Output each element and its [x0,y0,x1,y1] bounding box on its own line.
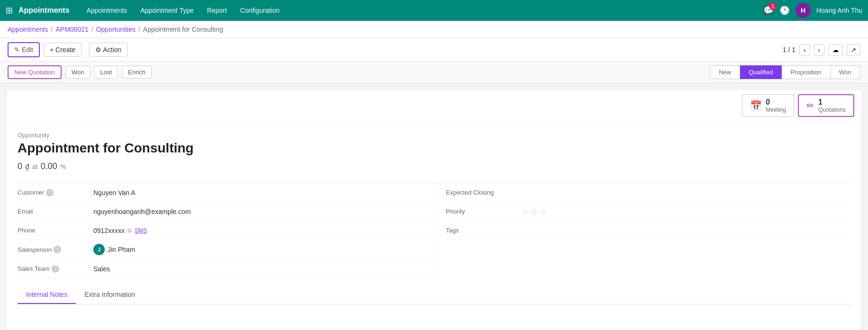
star-3[interactable]: ☆ [539,206,546,217]
breadcrumb-current: Appointment for Consulting [143,26,223,33]
field-expected-closing: Expected Closing [446,183,850,202]
quotations-count: 1 [818,98,823,107]
label-tags: Tags [446,227,522,234]
star-1[interactable]: ☆ [522,206,529,217]
opportunity-type-label: Opportunity [18,132,850,139]
stage-new[interactable]: New [710,65,740,79]
value-phone: 0912xxxxx ⧉ SMS [93,227,147,234]
action-button[interactable]: ⚙ Action [89,43,127,57]
breadcrumb: Appointments / APM00021 / Opportunities … [0,21,868,38]
calendar-icon: 📅 [750,100,762,111]
form-area: Opportunity Appointment for Consulting 0… [6,122,862,330]
nav-appointments[interactable]: Appointments [81,4,133,17]
quotations-label: Quotations [818,107,846,113]
meeting-info: 0 Meeting [766,98,786,113]
app-title: Appointments [18,6,70,15]
field-tags: Tags [446,221,850,240]
at-label: at [32,163,38,170]
edit-button[interactable]: ✎ Edit [8,42,40,57]
form-grid: Customer ? Nguyen Van A Email nguyenhoan… [18,183,850,278]
amount-value: 0 [18,161,22,171]
breadcrumb-sep-1: / [51,26,53,33]
tab-content-area [18,304,850,330]
won-button[interactable]: Won [65,66,90,79]
avatar[interactable]: H [796,3,811,18]
star-2[interactable]: ☆ [530,206,538,217]
chat-icon[interactable]: 💬 1 [763,5,774,16]
quotations-info: 1 Quotations [818,98,846,113]
user-name: Hoang Anh Thu [816,7,862,14]
cloud-icon[interactable]: ☁ [828,44,843,56]
enrich-button[interactable]: Enrich [122,66,152,79]
edit-icon: ✏ [806,100,814,111]
help-icon-sales-team[interactable]: ? [52,265,59,273]
tab-internal-notes[interactable]: Internal Notes [18,286,76,304]
stage-won[interactable]: Won [831,65,861,79]
form-col-left: Customer ? Nguyen Van A Email nguyenhoan… [18,183,434,278]
label-customer: Customer ? [18,189,93,196]
opportunity-title: Appointment for Consulting [18,141,850,156]
value-expected-closing[interactable] [522,189,579,196]
value-sales-team: Sales [93,265,110,273]
topbar-right: 💬 1 🕐 H Hoang Anh Thu [763,3,862,18]
value-tags[interactable] [522,227,605,234]
toolbar-right: 1 / 1 ‹ › ☁ ↗ [783,44,860,56]
breadcrumb-appointments[interactable]: Appointments [8,26,48,33]
grid-icon[interactable]: ⊞ [6,5,13,16]
stage-bar: New Quotation Won Lost Enrich New Qualif… [0,62,868,83]
label-priority: Priority [446,208,522,215]
nav-configuration[interactable]: Configuration [235,4,285,17]
notification-badge: 1 [769,2,777,10]
tab-extra-information[interactable]: Extra Information [76,286,144,304]
form-col-right: Expected Closing Priority ☆ ☆ [434,183,850,278]
label-sales-team: Sales Team ? [18,265,93,273]
breadcrumb-opportunities[interactable]: Opportunities [96,26,136,33]
breadcrumb-sep-3: / [138,26,140,33]
quotations-button[interactable]: ✏ 1 Quotations [798,94,854,117]
value-priority: ☆ ☆ ☆ [522,206,546,217]
lost-button[interactable]: Lost [94,66,118,79]
field-email: Email nguyenhoanganh@example.com [18,202,434,221]
field-priority: Priority ☆ ☆ ☆ [446,202,850,221]
breadcrumb-sep-2: / [91,26,93,33]
topbar: ⊞ Appointments Appointments Appointment … [0,0,868,21]
meeting-button[interactable]: 📅 0 Meeting [742,94,794,117]
toolbar: ✎ Edit + Create ⚙ Action 1 / 1 ‹ › ☁ ↗ [0,38,868,62]
next-button[interactable]: › [814,44,824,56]
nav-appointment-type[interactable]: Appointment Type [135,4,199,17]
breadcrumb-apm[interactable]: APM00021 [56,26,89,33]
percent-value: 0.00 [41,161,57,171]
field-sales-team: Sales Team ? Sales [18,259,434,278]
help-icon-customer[interactable]: ? [46,189,54,196]
stage-steps: New Qualified Proposition Won [710,65,860,79]
help-icon-salesperson[interactable]: ? [54,246,61,253]
pagination: 1 / 1 [783,46,796,54]
expected-closing-input[interactable] [522,189,579,196]
pagination-text: 1 / 1 [783,46,796,54]
percent-symbol: % [60,163,66,170]
field-salesperson: Salesperson ? J Jin Pham [18,240,434,259]
stage-proposition[interactable]: Proposition [782,65,830,79]
stage-qualified[interactable]: Qualified [740,65,782,79]
label-email: Email [18,208,93,215]
new-quotation-button[interactable]: New Quotation [8,65,62,79]
value-customer: Nguyen Van A [93,189,135,196]
field-phone: Phone 0912xxxxx ⧉ SMS [18,221,434,240]
create-button[interactable]: + Create [44,43,81,57]
external-link-icon[interactable]: ↗ [847,44,860,56]
phone-copy-icon[interactable]: ⧉ [127,227,132,234]
currency-symbol: ₫ [25,163,29,170]
tags-input[interactable] [522,227,605,234]
salesperson-avatar: J [93,244,105,255]
tabs-bar: Internal Notes Extra Information [18,286,850,304]
clock-icon[interactable]: 🕐 [779,5,790,16]
sms-link[interactable]: SMS [135,227,147,234]
opportunity-amount: 0 ₫ at 0.00 % [18,161,850,171]
meeting-label: Meeting [766,107,786,113]
value-salesperson: J Jin Pham [93,244,135,255]
label-phone: Phone [18,227,93,234]
nav-report[interactable]: Report [201,4,233,17]
meeting-count: 0 [766,98,770,107]
priority-stars: ☆ ☆ ☆ [522,206,546,217]
prev-button[interactable]: ‹ [799,44,810,56]
